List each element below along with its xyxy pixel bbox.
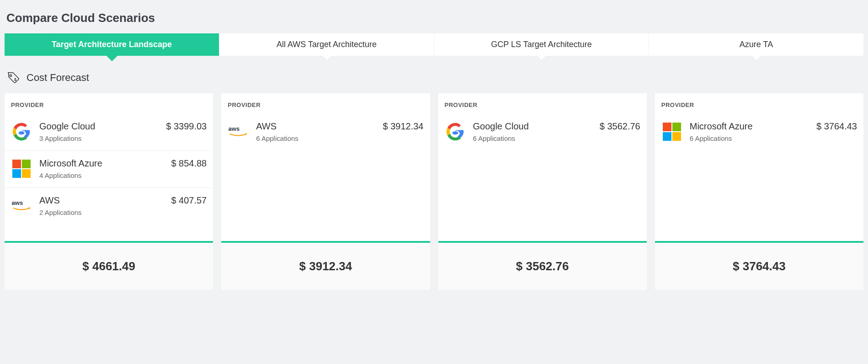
provider-list: aws AWS6 Applications$ 3912.34 bbox=[221, 114, 430, 241]
scenario-total: $ 3912.34 bbox=[221, 241, 430, 290]
scenario-total: $ 4661.49 bbox=[5, 241, 213, 290]
provider-info: AWS2 Applications bbox=[39, 195, 164, 216]
page-title: Compare Cloud Scenarios bbox=[5, 5, 863, 33]
provider-cost: $ 3562.76 bbox=[600, 121, 640, 132]
provider-cost: $ 407.57 bbox=[171, 195, 207, 206]
svg-point-0 bbox=[10, 75, 11, 76]
provider-name: AWS bbox=[39, 195, 164, 206]
tabs: Target Architecture LandscapeAll AWS Tar… bbox=[5, 33, 863, 56]
google-logo-icon bbox=[445, 121, 466, 142]
price-tag-icon: $ bbox=[6, 70, 21, 85]
svg-text:aws: aws bbox=[12, 199, 23, 206]
provider-row[interactable]: Google Cloud6 Applications$ 3562.76 bbox=[438, 114, 647, 150]
svg-text:$: $ bbox=[14, 77, 16, 82]
provider-info: AWS6 Applications bbox=[256, 121, 375, 142]
scenario-card: PROVIDERMicrosoft Azure6 Applications$ 3… bbox=[655, 93, 863, 290]
provider-header: PROVIDER bbox=[5, 93, 213, 114]
provider-row[interactable]: aws AWS2 Applications$ 407.57 bbox=[5, 188, 213, 225]
provider-list: Google Cloud3 Applications$ 3399.03Micro… bbox=[5, 114, 213, 241]
provider-row[interactable]: aws AWS6 Applications$ 3912.34 bbox=[221, 114, 430, 150]
tab-3[interactable]: Azure TA bbox=[649, 33, 863, 56]
provider-apps: 4 Applications bbox=[39, 171, 164, 179]
provider-apps: 6 Applications bbox=[256, 134, 375, 142]
svg-point-3 bbox=[19, 131, 25, 134]
provider-list: Google Cloud6 Applications$ 3562.76 bbox=[438, 114, 647, 241]
provider-name: Microsoft Azure bbox=[690, 121, 809, 132]
provider-cost: $ 3912.34 bbox=[383, 121, 424, 132]
provider-info: Microsoft Azure4 Applications bbox=[39, 158, 164, 179]
provider-cost: $ 854.88 bbox=[171, 158, 207, 169]
provider-info: Google Cloud6 Applications bbox=[473, 121, 592, 142]
scenario-total: $ 3764.43 bbox=[655, 241, 863, 290]
provider-name: Google Cloud bbox=[473, 121, 592, 132]
aws-logo-icon: aws bbox=[228, 121, 249, 142]
columns: PROVIDER Google Cloud3 Applications$ 339… bbox=[5, 93, 863, 290]
provider-row[interactable]: Microsoft Azure6 Applications$ 3764.43 bbox=[655, 114, 863, 150]
section-title: Cost Forecast bbox=[27, 72, 89, 84]
azure-logo-icon bbox=[11, 158, 32, 179]
scenario-card: PROVIDER Google Cloud6 Applications$ 356… bbox=[438, 93, 647, 290]
svg-text:aws: aws bbox=[229, 125, 240, 132]
section-header: $ Cost Forecast bbox=[5, 56, 863, 93]
provider-info: Google Cloud3 Applications bbox=[39, 121, 159, 142]
provider-apps: 6 Applications bbox=[690, 134, 809, 142]
scenario-card: PROVIDER Google Cloud3 Applications$ 339… bbox=[5, 93, 213, 290]
provider-name: AWS bbox=[256, 121, 375, 132]
provider-cost: $ 3399.03 bbox=[166, 121, 207, 132]
scenario-card: PROVIDER aws AWS6 Applications$ 3912.34$… bbox=[221, 93, 430, 290]
provider-header: PROVIDER bbox=[221, 93, 430, 114]
provider-apps: 3 Applications bbox=[39, 134, 159, 142]
tab-0[interactable]: Target Architecture Landscape bbox=[5, 33, 219, 56]
tab-1[interactable]: All AWS Target Architecture bbox=[219, 33, 434, 56]
provider-header: PROVIDER bbox=[655, 93, 863, 114]
provider-apps: 6 Applications bbox=[473, 134, 592, 142]
tab-2[interactable]: GCP LS Target Architecture bbox=[434, 33, 649, 56]
provider-cost: $ 3764.43 bbox=[816, 121, 857, 132]
provider-row[interactable]: Microsoft Azure4 Applications$ 854.88 bbox=[5, 151, 213, 188]
provider-row[interactable]: Google Cloud3 Applications$ 3399.03 bbox=[5, 114, 213, 151]
google-logo-icon bbox=[11, 121, 32, 142]
scenario-total: $ 3562.76 bbox=[438, 241, 647, 290]
provider-info: Microsoft Azure6 Applications bbox=[690, 121, 809, 142]
provider-apps: 2 Applications bbox=[39, 209, 164, 216]
provider-name: Microsoft Azure bbox=[39, 158, 164, 169]
provider-name: Google Cloud bbox=[39, 121, 159, 132]
azure-logo-icon bbox=[661, 121, 682, 142]
svg-point-7 bbox=[452, 131, 458, 134]
provider-list: Microsoft Azure6 Applications$ 3764.43 bbox=[655, 114, 863, 241]
aws-logo-icon: aws bbox=[11, 195, 32, 216]
provider-header: PROVIDER bbox=[438, 93, 647, 114]
